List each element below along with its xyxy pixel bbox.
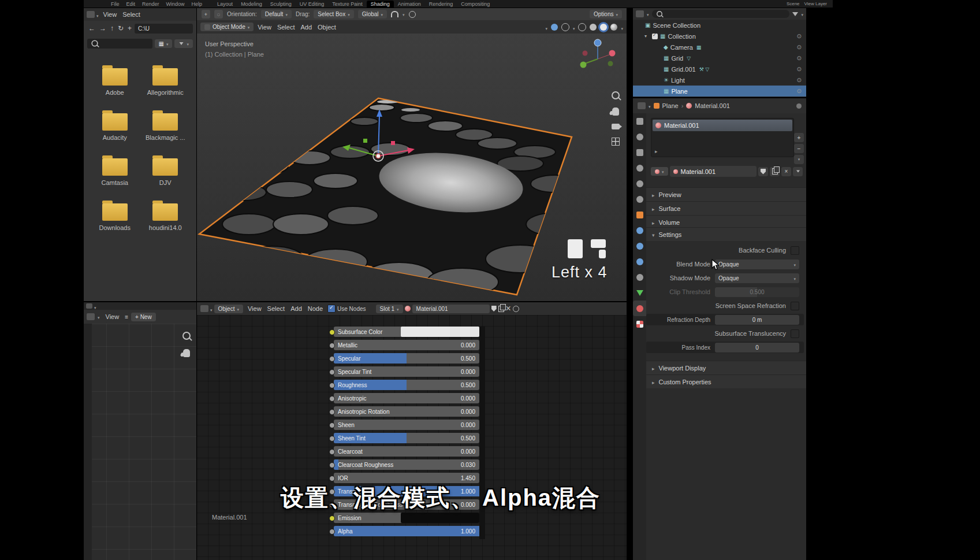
zoom-icon[interactable] — [182, 332, 191, 340]
socket-dot[interactable] — [329, 383, 335, 388]
pin-icon[interactable] — [513, 306, 519, 312]
outliner-row[interactable]: ▾ ▦ Collection — [633, 31, 806, 42]
unlink-material-button[interactable]: × — [781, 167, 791, 176]
orientation-dropdown[interactable]: Default — [261, 10, 292, 18]
node-socket-row[interactable]: Alpha 1.000 — [334, 526, 479, 536]
outliner-row[interactable]: ▣ Scene Collection — [633, 20, 806, 31]
node-socket-row[interactable]: Specular Tint 0.000 — [334, 366, 479, 377]
outliner-row[interactable]: ◆ Camera ▦ — [633, 42, 806, 53]
socket-dot[interactable] — [329, 329, 335, 335]
snap-dropdown[interactable] — [403, 11, 405, 17]
zoom-icon[interactable] — [612, 91, 620, 99]
overlays-icon[interactable] — [561, 23, 569, 31]
settings-panel-header[interactable]: Settings — [646, 227, 806, 241]
color-swatch[interactable] — [401, 327, 479, 337]
node-canvas[interactable]: Subsurface Color Metallic 0.000 — [197, 315, 627, 560]
socket-dot[interactable] — [329, 462, 335, 468]
fake-user-button[interactable] — [758, 167, 768, 176]
mode-dropdown[interactable]: Object Mode — [200, 23, 254, 31]
pin-icon[interactable] — [796, 103, 802, 109]
viewport-menu[interactable]: Select — [274, 23, 298, 32]
refresh-button[interactable]: ↻ — [117, 24, 125, 32]
breadcrumb-material[interactable]: Material.001 — [695, 102, 730, 109]
pivot-dropdown[interactable]: Global — [358, 10, 387, 18]
collection-checkbox[interactable] — [652, 34, 658, 39]
editor-type-icon[interactable] — [200, 305, 208, 312]
properties-tab[interactable] — [633, 254, 646, 269]
editor-type-icon[interactable] — [86, 303, 92, 309]
topbar-menu[interactable]: Help — [189, 1, 206, 7]
material-sphere-icon[interactable] — [405, 306, 411, 311]
panel-header[interactable]: Custom Properties — [646, 374, 806, 388]
editor-type-icon[interactable] — [638, 102, 646, 109]
properties-tab[interactable] — [633, 301, 646, 316]
breadcrumb-object[interactable]: Plane — [662, 102, 679, 109]
socket-dot[interactable] — [329, 449, 335, 455]
properties-tab[interactable] — [633, 160, 646, 176]
workspace-tab[interactable]: Texture Paint — [328, 1, 367, 8]
folder-item[interactable]: Audacity — [90, 113, 140, 141]
snap-magnet-icon[interactable] — [391, 11, 398, 17]
socket-dot[interactable] — [329, 422, 335, 428]
disclosure-arrow-icon[interactable]: ▾ — [644, 34, 650, 39]
new-image-button[interactable]: + New — [131, 313, 156, 321]
properties-tab[interactable] — [633, 144, 646, 160]
folder-item[interactable]: Blackmagic ... — [140, 113, 191, 141]
outliner-row[interactable]: ▦ Plane — [633, 86, 806, 97]
folder-item[interactable]: DJV — [140, 158, 191, 186]
workspace-tab[interactable]: Modeling — [237, 1, 266, 8]
search-input[interactable] — [87, 39, 152, 49]
pan-hand-icon[interactable] — [612, 107, 619, 116]
proportional-edit-icon[interactable] — [409, 11, 416, 18]
filter-funnel-icon[interactable] — [792, 12, 798, 16]
transform-orientation-icon[interactable] — [545, 22, 547, 32]
menu-icon[interactable]: ≡ — [125, 314, 128, 320]
visibility-eye-icon[interactable] — [797, 55, 802, 61]
path-field[interactable]: C:\U — [135, 24, 193, 34]
image-view-menu[interactable]: View — [103, 312, 122, 321]
viewport-menu[interactable]: Add — [297, 23, 315, 32]
remove-slot-button[interactable]: − — [794, 144, 804, 153]
ortho-toggle-icon[interactable] — [612, 138, 620, 146]
folder-item[interactable]: houdini14.0 — [140, 203, 191, 231]
file-browser-menu[interactable]: View — [100, 10, 120, 19]
material-slot-selected[interactable]: Material.001 — [653, 120, 792, 131]
socket-dot[interactable] — [329, 529, 335, 535]
visibility-eye-icon[interactable] — [797, 44, 802, 50]
setting-control[interactable]: 0.500 — [715, 287, 799, 297]
viewport-menu[interactable]: Object — [315, 23, 339, 32]
properties-tab[interactable] — [633, 113, 646, 129]
visibility-eye-icon[interactable] — [797, 66, 802, 72]
color-swatch[interactable] — [401, 513, 479, 523]
new-folder-button[interactable]: + — [126, 24, 133, 32]
use-nodes-checkbox[interactable] — [327, 305, 336, 313]
properties-tab[interactable] — [633, 269, 646, 285]
visibility-eye-icon[interactable] — [797, 77, 802, 83]
slot-menu-button[interactable] — [794, 155, 804, 164]
panel-header[interactable]: Viewport Display — [646, 361, 806, 374]
node-editor-menu[interactable]: Select — [264, 304, 288, 313]
image-canvas[interactable] — [84, 324, 196, 560]
gizmo-toggle-icon[interactable] — [551, 24, 558, 31]
outliner-row[interactable]: ▦ Grid.001 ⚒ ▽ — [633, 64, 806, 75]
shading-rendered-icon[interactable] — [610, 24, 617, 31]
fake-user-shield-icon[interactable] — [491, 306, 497, 311]
properties-tab[interactable] — [633, 176, 646, 191]
panel-header[interactable]: Preview — [646, 187, 806, 201]
active-tool-icon[interactable]: + — [202, 10, 210, 18]
node-socket-row[interactable]: Roughness 0.500 — [334, 380, 479, 390]
shading-wireframe-icon[interactable] — [578, 23, 586, 31]
viewport-canvas[interactable]: User Perspective (1) Collection | Plane … — [197, 34, 627, 301]
socket-dot[interactable] — [329, 356, 335, 362]
socket-dot[interactable] — [329, 476, 335, 481]
topbar-menu[interactable]: Render — [139, 1, 162, 7]
shading-dropdown[interactable] — [621, 22, 623, 32]
folder-item[interactable]: Adobe — [90, 68, 140, 96]
setting-control[interactable]: Opaque — [715, 273, 799, 283]
properties-tab[interactable] — [633, 207, 646, 222]
node-socket-row[interactable]: Metallic 0.000 — [334, 340, 479, 350]
node-socket-row[interactable]: Subsurface Color — [334, 327, 479, 337]
filter-button[interactable] — [174, 39, 193, 48]
add-slot-button[interactable]: + — [794, 133, 804, 142]
node-socket-row[interactable]: Specular 0.500 — [334, 353, 479, 364]
